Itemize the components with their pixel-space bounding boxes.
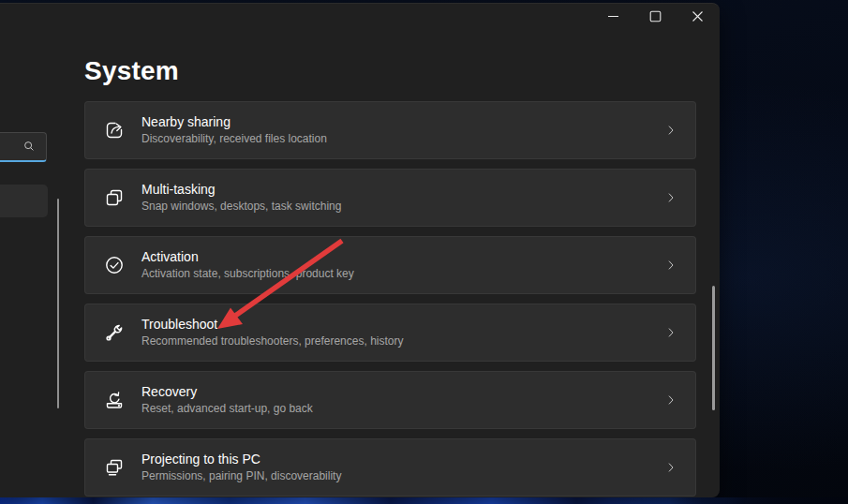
chevron-right-icon (664, 393, 677, 407)
sidebar-scrollbar[interactable] (57, 199, 59, 408)
recovery-icon (103, 389, 126, 411)
row-subtitle: Reset, advanced start-up, go back (141, 402, 313, 416)
chevron-right-icon (664, 461, 677, 474)
troubleshoot-icon (103, 321, 126, 344)
row-title: Nearby sharing (141, 114, 327, 130)
row-subtitle: Snap windows, desktops, task switching (141, 200, 341, 214)
chevron-right-icon (664, 124, 677, 137)
chevron-right-icon (664, 326, 677, 339)
minimize-icon (607, 10, 619, 25)
content-scrollbar[interactable] (712, 286, 715, 410)
row-title: Recovery (141, 384, 313, 400)
chevron-right-icon (664, 191, 677, 204)
maximize-icon (649, 10, 662, 25)
maximize-button[interactable] (634, 3, 677, 33)
close-icon (692, 10, 704, 25)
window-titlebar[interactable] (0, 3, 720, 35)
desktop-wallpaper-strip (0, 497, 848, 504)
row-title: Multi-tasking (141, 182, 341, 198)
multitasking-icon (103, 186, 126, 209)
row-subtitle: Activation state, subscriptions, product… (141, 267, 354, 281)
settings-row-nearby-sharing[interactable]: Nearby sharing Discoverability, received… (84, 101, 696, 159)
nearby-sharing-icon (103, 119, 126, 141)
settings-row-multitasking[interactable]: Multi-tasking Snap windows, desktops, ta… (84, 169, 696, 227)
projecting-icon (103, 456, 126, 479)
row-title: Activation (141, 249, 354, 265)
close-button[interactable] (677, 3, 719, 33)
search-input[interactable] (0, 132, 47, 162)
page-title: System (84, 56, 179, 86)
row-subtitle: Recommended troubleshooters, preferences… (141, 334, 403, 348)
settings-row-recovery[interactable]: Recovery Reset, advanced start-up, go ba… (84, 371, 696, 429)
settings-list: Nearby sharing Discoverability, received… (84, 101, 696, 497)
settings-row-projecting[interactable]: Projecting to this PC Permissions, pairi… (84, 438, 696, 497)
activation-icon (103, 254, 126, 276)
search-icon (22, 140, 36, 153)
settings-row-activation[interactable]: Activation Activation state, subscriptio… (84, 236, 696, 294)
row-subtitle: Permissions, pairing PIN, discoverabilit… (141, 469, 341, 483)
chevron-right-icon (664, 259, 677, 272)
sidebar-item-system[interactable] (0, 185, 48, 217)
minimize-button[interactable] (592, 3, 634, 33)
row-title: Projecting to this PC (141, 452, 341, 467)
settings-row-troubleshoot[interactable]: Troubleshoot Recommended troubleshooters… (84, 304, 696, 362)
row-subtitle: Discoverability, received files location (141, 132, 327, 146)
row-title: Troubleshoot (141, 317, 403, 333)
window-controls (592, 3, 719, 33)
settings-window: System Nearby sharing Discoverability, r… (0, 3, 720, 497)
